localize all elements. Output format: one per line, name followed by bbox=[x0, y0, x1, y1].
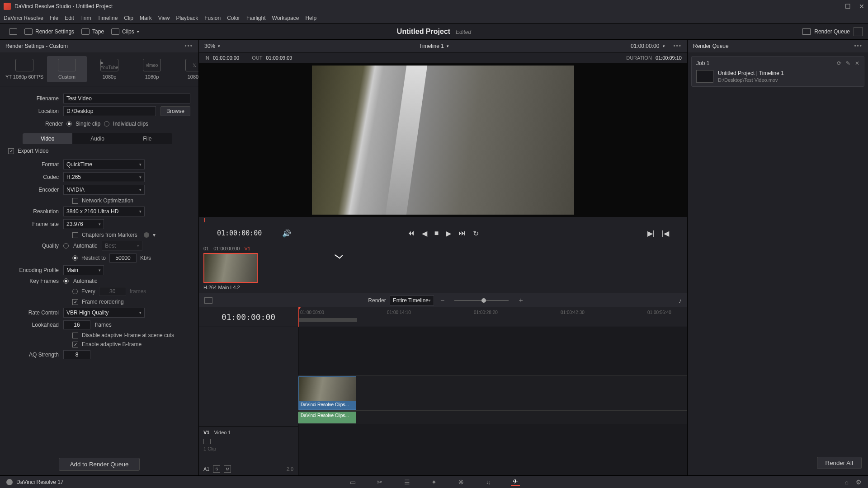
zoom-dropdown[interactable]: 30%▾ bbox=[204, 43, 220, 49]
rate-control-select[interactable]: VBR High Quality▾ bbox=[63, 308, 145, 318]
audio-track-header[interactable]: A1 S M 2.0 bbox=[199, 462, 298, 475]
framerate-select[interactable]: 23.976▾ bbox=[63, 219, 104, 229]
filename-input[interactable] bbox=[63, 94, 190, 103]
quick-export-button[interactable] bbox=[5, 27, 21, 37]
chapters-color-swatch[interactable] bbox=[144, 232, 149, 238]
stop-button[interactable]: ■ bbox=[434, 229, 439, 237]
menu-edit[interactable]: Edit bbox=[65, 15, 74, 21]
volume-icon[interactable]: 🔊 bbox=[282, 229, 291, 238]
maximize-button[interactable]: ☐ bbox=[845, 3, 851, 10]
panel-menu-icon[interactable]: ••• bbox=[184, 43, 193, 49]
menu-trim[interactable]: Trim bbox=[80, 15, 91, 21]
prev-frame-button[interactable]: ◀ bbox=[422, 229, 427, 238]
menu-workspace[interactable]: Workspace bbox=[272, 15, 299, 21]
loop-button[interactable]: ↻ bbox=[473, 229, 479, 238]
lookahead-input[interactable] bbox=[63, 320, 90, 329]
edit-page-icon[interactable]: ☰ bbox=[402, 479, 411, 486]
solo-button[interactable]: S bbox=[213, 465, 220, 473]
keyframes-auto-radio[interactable] bbox=[63, 278, 69, 284]
disable-iframe-checkbox[interactable] bbox=[72, 333, 78, 338]
viewer-menu-icon[interactable]: ••• bbox=[673, 43, 682, 49]
chapters-checkbox[interactable] bbox=[72, 232, 78, 238]
menu-view[interactable]: View bbox=[158, 15, 170, 21]
fairlight-page-icon[interactable]: ♫ bbox=[484, 479, 493, 486]
timecode-display[interactable]: 01:00:00:00 bbox=[631, 43, 659, 49]
preset-twitter-1080p[interactable]: 𝕏1080p bbox=[175, 56, 198, 82]
audio-clip[interactable]: DaVinci Resolve Clips... bbox=[298, 412, 356, 423]
preset-custom[interactable]: Custom bbox=[47, 56, 87, 82]
source-clip-thumbnail[interactable] bbox=[203, 253, 258, 283]
home-icon[interactable]: ⌂ bbox=[845, 479, 849, 486]
out-point[interactable]: 01:00:09:09 bbox=[266, 55, 292, 61]
cut-page-icon[interactable]: ✂ bbox=[375, 479, 384, 486]
in-point[interactable]: 01:00:00:00 bbox=[213, 55, 239, 61]
next-clip-button[interactable]: ▶| bbox=[647, 229, 655, 238]
single-clip-radio[interactable] bbox=[66, 121, 72, 127]
format-select[interactable]: QuickTime▾ bbox=[63, 160, 145, 169]
viewer-scrubber[interactable] bbox=[199, 217, 687, 223]
browse-button[interactable]: Browse bbox=[160, 106, 190, 116]
timeline-ruler[interactable]: 01:00:00:00 01:00:14:10 01:00:28:20 01:0… bbox=[298, 307, 687, 327]
menu-mark[interactable]: Mark bbox=[140, 15, 152, 21]
audio-meters-icon[interactable]: ♪ bbox=[679, 297, 682, 304]
render-all-button[interactable]: Render All bbox=[817, 457, 862, 469]
menu-playback[interactable]: Playback bbox=[176, 15, 198, 21]
fusion-page-icon[interactable]: ✦ bbox=[429, 479, 439, 486]
render-queue-button[interactable]: Render Queue bbox=[802, 28, 850, 35]
preset-vimeo-1080p[interactable]: vimeo1080p bbox=[132, 56, 172, 82]
menu-fusion[interactable]: Fusion bbox=[204, 15, 221, 21]
codec-select[interactable]: H.265▾ bbox=[63, 172, 145, 182]
individual-clips-radio[interactable] bbox=[104, 121, 109, 127]
resolution-select[interactable]: 3840 x 2160 Ultra HD▾ bbox=[63, 206, 145, 216]
job-edit-icon[interactable]: ✎ bbox=[846, 60, 850, 66]
zoom-in-button[interactable]: + bbox=[519, 296, 523, 305]
track-thumb-toggle[interactable] bbox=[203, 439, 211, 444]
video-clip[interactable]: DaVinci Resolve Clips... bbox=[298, 376, 356, 410]
tab-audio[interactable]: Audio bbox=[72, 133, 122, 144]
network-opt-checkbox[interactable] bbox=[72, 198, 78, 204]
frame-reordering-checkbox[interactable] bbox=[72, 299, 78, 305]
expand-button[interactable] bbox=[854, 27, 863, 36]
preset-yt-1080p-60[interactable]: YT 1080p 60FPS bbox=[5, 56, 44, 82]
encoder-select[interactable]: NVIDIA▾ bbox=[63, 185, 145, 195]
menu-clip[interactable]: Clip bbox=[124, 15, 133, 21]
encoding-profile-select[interactable]: Main▾ bbox=[63, 265, 104, 275]
minimize-button[interactable]: — bbox=[830, 3, 837, 10]
preset-youtube-1080p[interactable]: ▶ YouTube1080p bbox=[90, 56, 129, 82]
video-track[interactable]: DaVinci Resolve Clips... bbox=[298, 375, 687, 410]
quality-auto-radio[interactable] bbox=[63, 243, 69, 249]
aq-strength-input[interactable] bbox=[63, 350, 90, 359]
render-scope-select[interactable]: Entire Timeline▾ bbox=[390, 296, 434, 305]
play-button[interactable]: ▶ bbox=[446, 229, 451, 238]
first-frame-button[interactable]: ⏮ bbox=[407, 229, 415, 237]
menu-timeline[interactable]: Timeline bbox=[97, 15, 118, 21]
render-job[interactable]: Job 1 ⟳✎✕ Untitled Project | Timeline 1 … bbox=[691, 56, 864, 87]
timeline-timecode[interactable]: 01:00:00:00 bbox=[199, 307, 298, 327]
add-to-render-queue-button[interactable]: Add to Render Queue bbox=[59, 458, 140, 471]
close-button[interactable]: ✕ bbox=[859, 3, 864, 10]
last-frame-button[interactable]: |◀ bbox=[662, 229, 669, 238]
color-page-icon[interactable]: ❋ bbox=[457, 479, 466, 486]
mute-button[interactable]: M bbox=[224, 465, 231, 473]
timeline-view-button[interactable] bbox=[204, 297, 212, 304]
bitrate-input[interactable] bbox=[109, 253, 137, 263]
menu-color[interactable]: Color bbox=[227, 15, 240, 21]
menu-davinci[interactable]: DaVinci Resolve bbox=[4, 15, 43, 21]
location-input[interactable] bbox=[63, 106, 156, 116]
job-delete-icon[interactable]: ✕ bbox=[855, 60, 859, 66]
clips-button[interactable]: Clips▾ bbox=[108, 27, 143, 37]
timeline-zoom-slider[interactable] bbox=[454, 300, 509, 301]
tape-button[interactable]: Tape bbox=[78, 27, 108, 37]
queue-menu-icon[interactable]: ••• bbox=[854, 43, 863, 49]
export-video-checkbox[interactable] bbox=[8, 148, 14, 154]
media-page-icon[interactable]: ▭ bbox=[348, 479, 357, 486]
keyframes-every-radio[interactable] bbox=[72, 289, 78, 294]
menu-file[interactable]: File bbox=[50, 15, 58, 21]
deliver-page-icon[interactable]: ✈ bbox=[511, 479, 520, 486]
project-settings-icon[interactable]: ⚙ bbox=[856, 479, 862, 486]
menu-fairlight[interactable]: Fairlight bbox=[246, 15, 266, 21]
menu-help[interactable]: Help bbox=[305, 15, 316, 21]
timeline-dropdown[interactable]: Timeline 1▾ bbox=[419, 43, 449, 49]
video-track-header[interactable]: V1Video 1 1 Clip bbox=[199, 427, 298, 462]
video-viewer[interactable] bbox=[199, 63, 687, 217]
